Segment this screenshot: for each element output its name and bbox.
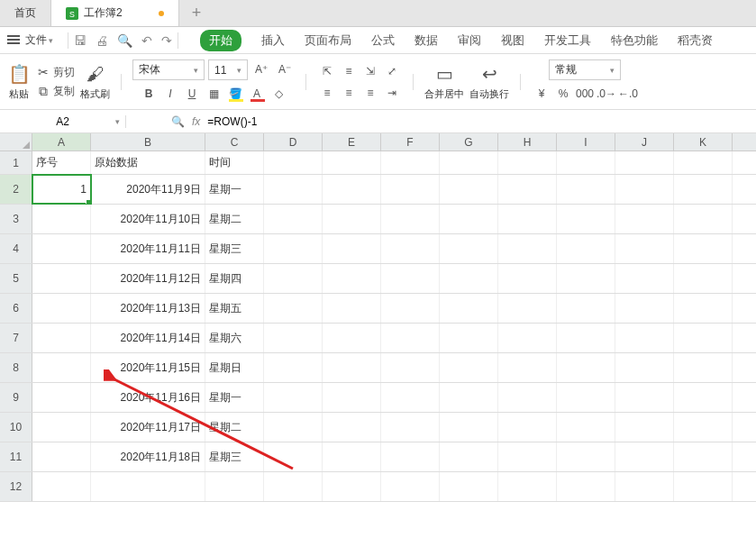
cell[interactable]: [32, 324, 91, 352]
cell[interactable]: [323, 294, 381, 323]
preview-icon[interactable]: 🔍: [117, 33, 132, 48]
underline-button[interactable]: U: [182, 84, 202, 104]
cell[interactable]: [440, 264, 498, 293]
cell[interactable]: [557, 413, 615, 442]
cell[interactable]: [498, 264, 557, 293]
copy-button[interactable]: ⧉复制: [36, 84, 75, 99]
cell[interactable]: [674, 324, 733, 352]
cell[interactable]: 2020年11月17日: [91, 413, 205, 442]
cell[interactable]: [674, 151, 733, 174]
cell[interactable]: [498, 151, 557, 174]
cell[interactable]: [323, 472, 381, 501]
cell[interactable]: [91, 472, 205, 501]
cell[interactable]: [381, 175, 440, 204]
cell[interactable]: [32, 472, 91, 501]
cell[interactable]: [323, 234, 381, 263]
cell[interactable]: 原始数据: [91, 151, 205, 174]
row-header[interactable]: 10: [0, 413, 32, 442]
cell[interactable]: [615, 264, 674, 293]
border-button[interactable]: ▦: [204, 84, 223, 104]
cell[interactable]: [323, 413, 381, 442]
cell[interactable]: [264, 324, 323, 352]
font-color-button[interactable]: A: [247, 84, 267, 104]
cell[interactable]: [557, 324, 615, 352]
cell[interactable]: [323, 324, 381, 352]
cell[interactable]: [557, 175, 615, 204]
cell[interactable]: 2020年11月12日: [91, 264, 205, 293]
cell[interactable]: [674, 264, 733, 293]
select-all-corner[interactable]: [0, 133, 32, 150]
bold-button[interactable]: B: [139, 84, 159, 104]
cell-style-button[interactable]: ◇: [269, 84, 288, 104]
cell[interactable]: [615, 442, 674, 471]
cell[interactable]: [615, 472, 674, 501]
cell[interactable]: [557, 205, 615, 233]
percent-button[interactable]: %: [553, 84, 573, 104]
formula-input[interactable]: [207, 115, 756, 128]
col-header-E[interactable]: E: [323, 133, 381, 150]
cell[interactable]: [32, 383, 91, 412]
cell[interactable]: [557, 151, 615, 174]
cell[interactable]: [674, 294, 733, 323]
cell[interactable]: [498, 324, 557, 352]
cell[interactable]: [557, 353, 615, 382]
align-bottom-button[interactable]: ⇲: [360, 61, 380, 81]
undo-icon[interactable]: ↶: [141, 33, 152, 48]
cell[interactable]: [323, 442, 381, 471]
increase-decimal-button[interactable]: .0→: [597, 84, 616, 104]
col-header-F[interactable]: F: [381, 133, 440, 150]
ribbon-tab-layout[interactable]: 页面布局: [305, 32, 351, 49]
row-header[interactable]: 11: [0, 442, 32, 471]
fx-icon[interactable]: fx: [192, 115, 200, 128]
row-header[interactable]: 3: [0, 205, 32, 233]
cell[interactable]: [323, 175, 381, 204]
cell[interactable]: [440, 383, 498, 412]
cell[interactable]: [32, 353, 91, 382]
cell[interactable]: [264, 151, 323, 174]
cell[interactable]: 星期一: [205, 383, 264, 412]
cell[interactable]: [323, 383, 381, 412]
cell[interactable]: [440, 234, 498, 263]
cell[interactable]: [615, 205, 674, 233]
cell[interactable]: [264, 472, 323, 501]
cell[interactable]: [323, 353, 381, 382]
col-header-C[interactable]: C: [205, 133, 264, 150]
cell[interactable]: 2020年11月16日: [91, 383, 205, 412]
ribbon-tab-review[interactable]: 审阅: [458, 32, 481, 49]
tab-document[interactable]: S 工作簿2: [51, 0, 179, 26]
cell[interactable]: 2020年11月13日: [91, 294, 205, 323]
cell[interactable]: [264, 353, 323, 382]
cell[interactable]: [264, 205, 323, 233]
cell[interactable]: 星期六: [205, 324, 264, 352]
align-right-button[interactable]: ≡: [360, 83, 380, 103]
ribbon-tab-insert[interactable]: 插入: [261, 32, 285, 49]
paste-button[interactable]: 📋 粘贴: [7, 62, 31, 101]
cell[interactable]: [498, 383, 557, 412]
search-icon[interactable]: 🔍: [171, 115, 185, 128]
decrease-font-button[interactable]: A⁻: [275, 59, 295, 79]
ribbon-tab-view[interactable]: 视图: [501, 32, 524, 49]
row-header[interactable]: 7: [0, 324, 32, 352]
cell[interactable]: [264, 383, 323, 412]
print-icon[interactable]: 🖨: [96, 33, 108, 48]
cell[interactable]: [32, 442, 91, 471]
cell-reference-input[interactable]: [27, 115, 99, 128]
cell[interactable]: [381, 294, 440, 323]
col-header-J[interactable]: J: [615, 133, 674, 150]
cell[interactable]: [498, 175, 557, 204]
name-box[interactable]: ▾: [0, 115, 126, 128]
ribbon-tab-formula[interactable]: 公式: [371, 32, 395, 49]
cell[interactable]: [381, 234, 440, 263]
cell[interactable]: [264, 294, 323, 323]
cell[interactable]: [440, 324, 498, 352]
cell[interactable]: [264, 264, 323, 293]
number-format-select[interactable]: 常规▾: [549, 59, 621, 80]
spreadsheet-grid[interactable]: A B C D E F G H I J K 1序号原始数据时间212020年11…: [0, 133, 756, 502]
cell[interactable]: [323, 205, 381, 233]
col-header-G[interactable]: G: [440, 133, 498, 150]
cell[interactable]: [674, 175, 733, 204]
cell[interactable]: [264, 442, 323, 471]
file-menu[interactable]: 文件 ▾: [7, 32, 53, 48]
cell[interactable]: 2020年11月11日: [91, 234, 205, 263]
col-header-H[interactable]: H: [498, 133, 557, 150]
